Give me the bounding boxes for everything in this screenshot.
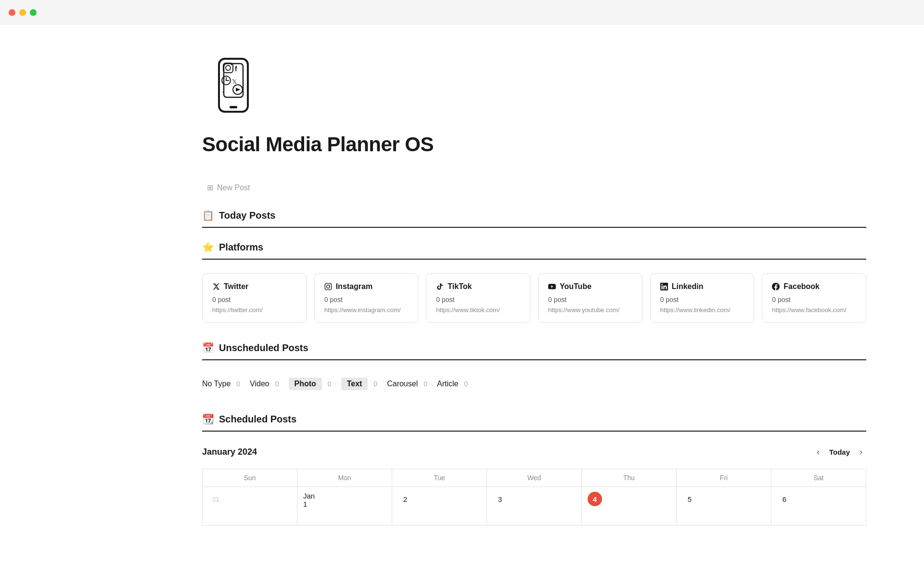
calendar-day-number: 31 [208, 492, 223, 506]
new-post-label: New Post [217, 184, 250, 192]
linkedin-icon [660, 283, 668, 290]
post-type-count: 0 [236, 380, 240, 388]
post-type-label: Article [437, 380, 458, 388]
calendar-cell[interactable]: 31 [203, 487, 297, 525]
platform-card-count: 0 post [212, 296, 296, 303]
calendar-cell[interactable]: 2 [392, 487, 487, 525]
calendar-prev-button[interactable]: ‹ [813, 445, 823, 459]
instagram-icon [324, 283, 332, 290]
unscheduled-label: Unscheduled Posts [219, 342, 308, 354]
calendar-cell[interactable]: 5 [677, 487, 771, 525]
platform-card-header: Twitter [212, 282, 296, 291]
svg-text:f: f [235, 65, 237, 73]
platforms-grid: Twitter 0 post https://twitter.com/ Inst… [202, 273, 866, 323]
calendar-cell[interactable]: 4 [582, 487, 677, 525]
calendar-day-header-wed: Wed [487, 469, 582, 487]
platform-card-count: 0 post [436, 296, 520, 303]
post-type-label: No Type [202, 380, 231, 388]
platform-card-url: https://www.linkedin.com/ [660, 306, 744, 314]
platform-card-twitter[interactable]: Twitter 0 post https://twitter.com/ [202, 273, 307, 323]
post-type-label: Video [250, 380, 270, 388]
calendar-day-number: 2 [398, 492, 412, 506]
scheduled-icon: 📆 [202, 413, 214, 425]
calendar-cell[interactable]: 6 [771, 487, 866, 525]
platform-card-header: Linkedin [660, 282, 744, 291]
platform-card-header: Facebook [772, 282, 856, 291]
calendar-next-button[interactable]: › [856, 445, 866, 459]
platform-card-count: 0 post [660, 296, 744, 303]
titlebar [0, 0, 924, 25]
post-type-no-type[interactable]: No Type 0 [202, 376, 250, 392]
platform-card-url: https://www.tiktok.com/ [436, 306, 520, 314]
platform-card-count: 0 post [324, 296, 409, 303]
post-type-label: Carousel [387, 380, 418, 388]
calendar-grid: SunMonTueWedThuFriSat31Jan 123456 [202, 469, 866, 525]
youtube-icon [548, 283, 556, 290]
unscheduled-icon: 📅 [202, 342, 214, 354]
calendar-day-number: 6 [777, 492, 792, 506]
post-type-carousel[interactable]: Carousel 0 [387, 376, 437, 392]
calendar-day-number: Jan 1 [303, 493, 318, 507]
platform-card-instagram[interactable]: Instagram 0 post https://www.instagram.c… [314, 273, 419, 323]
platform-card-facebook[interactable]: Facebook 0 post https://www.facebook.com… [762, 273, 866, 323]
unscheduled-section: 📅 Unscheduled Posts No Type 0 Video 0 Ph… [202, 342, 866, 394]
calendar-day-header-sat: Sat [771, 469, 866, 487]
platforms-icon: ⭐ [202, 241, 214, 253]
calendar-cell[interactable]: Jan 1 [297, 487, 392, 525]
post-type-text[interactable]: Text 0 [341, 374, 387, 394]
platform-card-tiktok[interactable]: TikTok 0 post https://www.tiktok.com/ [426, 273, 530, 323]
app-logo: f 𝕏 ♪ [202, 54, 265, 117]
platform-card-name: Twitter [224, 282, 248, 291]
post-types-row: No Type 0 Video 0 Photo 0 Text 0 Carouse… [202, 374, 866, 394]
app-title: Social Media Planner OS [202, 133, 866, 156]
platform-card-name: Linkedin [672, 282, 704, 291]
twitter-icon [212, 283, 220, 290]
platform-card-name: YouTube [560, 282, 591, 291]
calendar-nav: ‹ Today › [813, 445, 866, 459]
platform-card-name: Facebook [783, 282, 820, 291]
platform-card-url: https://www.instagram.com/ [324, 306, 409, 314]
post-type-count: 0 [464, 380, 468, 388]
facebook-icon [772, 283, 780, 290]
post-type-count: 0 [424, 380, 427, 388]
main-content: f 𝕏 ♪ Social Media Planner OS ⊞ New Post… [0, 0, 924, 578]
calendar-day-header-sun: Sun [203, 469, 297, 487]
calendar-day-header-fri: Fri [677, 469, 771, 487]
svg-text:♪: ♪ [222, 87, 225, 94]
calendar-cell[interactable]: 3 [487, 487, 582, 525]
close-button[interactable] [9, 9, 15, 16]
calendar-day-header-mon: Mon [297, 469, 392, 487]
platforms-label: Platforms [219, 242, 263, 253]
platform-card-youtube[interactable]: YouTube 0 post https://www.youtube.com/ [538, 273, 642, 323]
today-posts-label: Today Posts [219, 210, 275, 221]
platform-card-linkedin[interactable]: Linkedin 0 post https://www.linkedin.com… [650, 273, 755, 323]
calendar-day-number: 3 [493, 492, 507, 506]
platform-card-header: TikTok [436, 282, 520, 291]
platforms-section-header: ⭐ Platforms [202, 241, 866, 260]
svg-marker-12 [236, 88, 241, 92]
calendar-today-button[interactable]: Today [829, 448, 850, 456]
svg-point-15 [326, 285, 330, 289]
logo-area: f 𝕏 ♪ [202, 54, 866, 118]
minimize-button[interactable] [19, 9, 26, 16]
platform-card-name: TikTok [448, 282, 472, 291]
calendar-day-number: 5 [682, 492, 697, 506]
new-post-button[interactable]: ⊞ New Post [202, 180, 255, 195]
post-type-count: 0 [328, 380, 332, 388]
platform-card-url: https://www.youtube.com/ [548, 306, 632, 314]
calendar-day-header-tue: Tue [392, 469, 487, 487]
calendar-today-cell: 4 [588, 492, 602, 506]
platform-card-count: 0 post [772, 296, 856, 303]
post-type-count: 0 [275, 380, 279, 388]
scheduled-posts-header: 📆 Scheduled Posts [202, 413, 866, 432]
platform-card-url: https://www.facebook.com/ [772, 306, 856, 314]
post-type-photo[interactable]: Photo 0 [289, 374, 341, 394]
post-type-video[interactable]: Video 0 [250, 376, 288, 392]
maximize-button[interactable] [30, 9, 37, 16]
post-type-article[interactable]: Article 0 [437, 376, 477, 392]
platform-card-header: Instagram [324, 282, 409, 291]
svg-rect-13 [230, 106, 237, 108]
unscheduled-posts-header: 📅 Unscheduled Posts [202, 342, 866, 360]
platform-card-name: Instagram [336, 282, 372, 291]
svg-point-4 [231, 64, 232, 66]
